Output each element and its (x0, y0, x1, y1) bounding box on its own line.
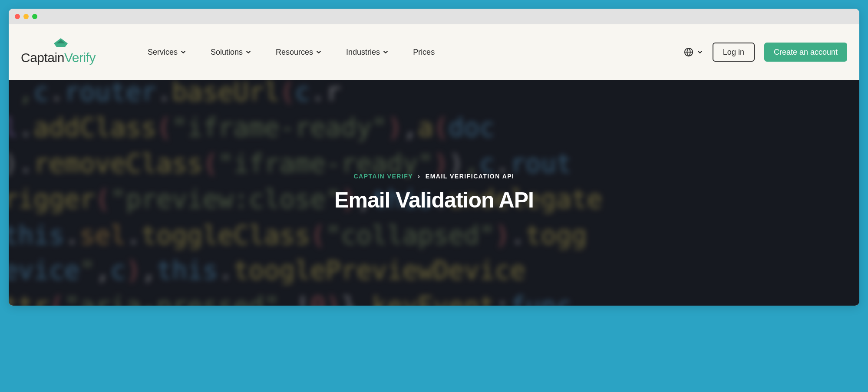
create-account-button[interactable]: Create an account (764, 43, 847, 62)
breadcrumb: CAPTAIN VERIFY › EMAIL VERIFICATION API (354, 173, 515, 180)
chevron-down-icon (697, 49, 703, 55)
hero-content: CAPTAIN VERIFY › EMAIL VERIFICATION API … (9, 80, 859, 306)
browser-chrome (9, 9, 859, 24)
main-nav: Services Solutions Resources (148, 48, 435, 57)
chevron-down-icon (180, 49, 186, 55)
breadcrumb-root[interactable]: CAPTAIN VERIFY (354, 173, 413, 180)
brand-logo[interactable]: CaptainVerify (21, 39, 96, 65)
globe-icon (684, 47, 693, 57)
nav-prices[interactable]: Prices (413, 48, 435, 57)
window-minimize-icon[interactable] (23, 14, 29, 19)
chevron-down-icon (316, 49, 322, 55)
breadcrumb-current: EMAIL VERIFICATION API (426, 173, 515, 180)
page: CaptainVerify Services Solutions Resourc (9, 24, 859, 306)
nav-item-label: Services (148, 48, 178, 57)
language-selector[interactable] (684, 47, 703, 57)
header-actions: Log in Create an account (684, 43, 847, 62)
nav-industries[interactable]: Industries (346, 48, 389, 57)
nav-services[interactable]: Services (148, 48, 186, 57)
page-title: Email Validation API (334, 188, 534, 213)
browser-frame: CaptainVerify Services Solutions Resourc (9, 9, 859, 306)
nav-resources[interactable]: Resources (276, 48, 322, 57)
nav-solutions[interactable]: Solutions (211, 48, 251, 57)
nav-item-label: Resources (276, 48, 313, 57)
brand-wordmark: CaptainVerify (21, 50, 96, 65)
hero-section: ) ,c.router.baseUrl(c.r el.addClass("ifr… (9, 80, 859, 306)
login-button[interactable]: Log in (713, 43, 755, 62)
chevron-down-icon (245, 49, 251, 55)
nav-item-label: Solutions (211, 48, 243, 57)
window-close-icon[interactable] (15, 14, 20, 19)
window-maximize-icon[interactable] (32, 14, 37, 19)
nav-item-label: Industries (346, 48, 380, 57)
breadcrumb-separator: › (418, 173, 420, 180)
chevron-down-icon (383, 49, 389, 55)
boat-icon (53, 37, 69, 48)
site-header: CaptainVerify Services Solutions Resourc (9, 24, 859, 80)
nav-item-label: Prices (413, 48, 435, 57)
